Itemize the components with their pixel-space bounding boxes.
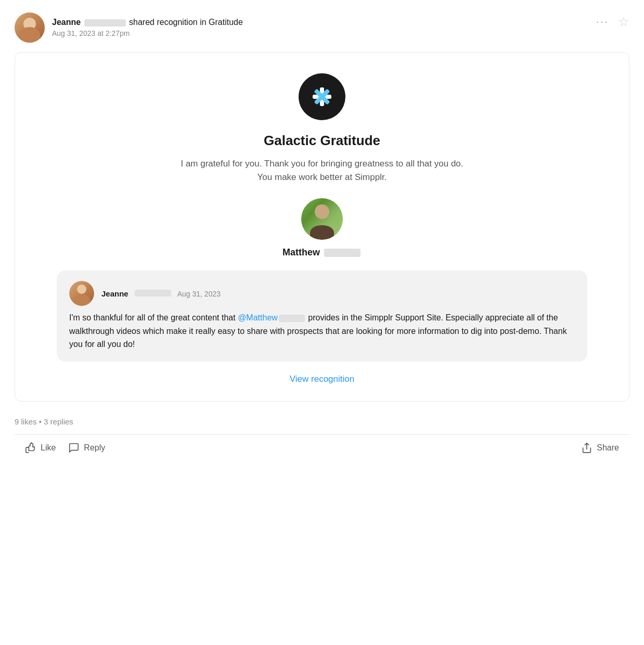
comment-author-redacted	[135, 290, 171, 296]
badge-description: I am grateful for you. Thank you for bri…	[176, 157, 468, 184]
engagement-bar: 9 likes • 3 replies	[15, 412, 629, 434]
share-button[interactable]: Share	[581, 442, 619, 454]
comment-mention-redacted	[279, 315, 305, 322]
badge-icon	[299, 73, 345, 120]
header-actions: ··· ☆	[596, 15, 629, 29]
comment-mention[interactable]: @Matthew	[238, 313, 278, 322]
comment-text: I'm so thankful for all of the great con…	[69, 311, 575, 351]
like-icon	[25, 442, 36, 454]
post-container: Jeanne shared recognition in Gratitude A…	[0, 0, 644, 461]
post-header: Jeanne shared recognition in Gratitude A…	[15, 12, 629, 43]
engagement-count: 9 likes • 3 replies	[15, 417, 73, 426]
badge-title: Galactic Gratitude	[57, 133, 587, 149]
action-bar: Like Reply Share	[15, 435, 629, 461]
post-timestamp: Aug 31, 2023 at 2:27pm	[52, 29, 243, 37]
author-avatar	[15, 12, 45, 43]
post-header-text: Jeanne shared recognition in Gratitude A…	[52, 18, 243, 37]
author-name-redacted	[84, 19, 126, 27]
reply-button[interactable]: Reply	[68, 442, 105, 454]
recipient-avatar	[301, 198, 343, 240]
reply-icon	[68, 442, 80, 454]
comment-header: Jeanne Aug 31, 2023	[69, 281, 575, 306]
comment-author-name: Jeanne	[101, 289, 128, 298]
action-bar-left: Like Reply	[25, 442, 105, 454]
share-icon	[581, 442, 593, 454]
like-button[interactable]: Like	[25, 442, 56, 454]
comment-box: Jeanne Aug 31, 2023 I'm so thankful for …	[57, 270, 587, 362]
like-label: Like	[41, 443, 56, 453]
view-recognition-link[interactable]: View recognition	[57, 374, 587, 384]
bookmark-icon[interactable]: ☆	[618, 15, 629, 29]
author-name[interactable]: Jeanne	[52, 18, 81, 27]
comment-meta: Jeanne Aug 31, 2023	[101, 289, 221, 298]
post-action: shared recognition in Gratitude	[129, 18, 243, 27]
reply-label: Reply	[84, 443, 105, 453]
more-options-icon[interactable]: ···	[596, 15, 609, 29]
recipient-name: Matthew	[57, 247, 587, 258]
post-header-left: Jeanne shared recognition in Gratitude A…	[15, 12, 243, 43]
share-label: Share	[597, 443, 619, 453]
recipient-last-name-redacted	[324, 249, 360, 257]
post-header-title: Jeanne shared recognition in Gratitude	[52, 18, 243, 27]
comment-date: Aug 31, 2023	[177, 290, 221, 298]
comment-author-avatar	[69, 281, 94, 306]
recognition-card: Galactic Gratitude I am grateful for you…	[15, 52, 629, 402]
recipient-first-name: Matthew	[282, 247, 320, 258]
comment-text-before: I'm so thankful for all of the great con…	[69, 313, 238, 322]
